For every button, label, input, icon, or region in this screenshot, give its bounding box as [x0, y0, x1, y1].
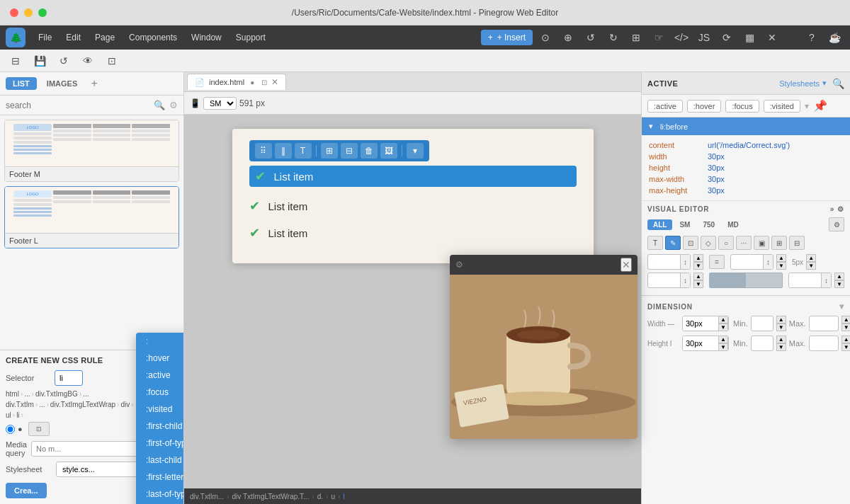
- width-max-input[interactable]: 30px: [810, 318, 838, 329]
- pseudo-item-first-letter[interactable]: :first-letter: [136, 469, 184, 486]
- bc-d[interactable]: d.: [317, 493, 323, 500]
- height-input[interactable]: [683, 336, 718, 351]
- ve-step-down-2[interactable]: ▼: [776, 262, 786, 270]
- list-item-3[interactable]: ✔ List item: [249, 225, 577, 241]
- sel-table-btn[interactable]: ⊟: [341, 143, 358, 159]
- height-min-up[interactable]: ▲: [776, 336, 786, 343]
- ve-text-btn[interactable]: T: [647, 236, 663, 250]
- canvas-tab-close[interactable]: ✕: [271, 77, 278, 87]
- pin-icon[interactable]: 📌: [813, 99, 827, 113]
- list-item-2[interactable]: ✔ List item: [249, 198, 577, 214]
- settings-button[interactable]: ✕: [762, 28, 782, 47]
- pseudo-item-first-of-type[interactable]: :first-of-type: [136, 435, 184, 452]
- pseudo-item-colon[interactable]: :: [136, 333, 184, 350]
- css-rule-selected[interactable]: ▾ li:before: [642, 118, 850, 135]
- ve-input-2[interactable]: [731, 256, 763, 268]
- zoom-in-button[interactable]: ⊕: [558, 28, 578, 47]
- sel-move-btn[interactable]: ⠿: [255, 143, 272, 159]
- pseudo-item-focus[interactable]: :focus: [136, 384, 184, 401]
- pseudo-item-visited[interactable]: :visited: [136, 401, 184, 418]
- width-max-down[interactable]: ▼: [842, 323, 850, 331]
- height-max-up[interactable]: ▲: [842, 336, 850, 343]
- pseudo-hover-btn[interactable]: :hover: [687, 100, 722, 113]
- ve-input-4[interactable]: [789, 275, 821, 286]
- ve-dots-btn[interactable]: ···: [736, 236, 752, 250]
- sel-text-btn[interactable]: T: [295, 143, 312, 159]
- bc-l[interactable]: l: [343, 493, 344, 500]
- ve-box-btn[interactable]: ⊡: [683, 236, 698, 250]
- menu-support[interactable]: Support: [230, 30, 271, 45]
- ve-step-up-2[interactable]: ▲: [776, 254, 786, 262]
- width-step-up[interactable]: ▲: [718, 316, 728, 323]
- prop-value-content[interactable]: url('/media/Correct.svg'): [708, 141, 790, 149]
- ve-step-up-5[interactable]: ▲: [834, 273, 844, 280]
- ve-equal-btn[interactable]: =: [709, 255, 725, 269]
- selector-input[interactable]: [55, 370, 83, 386]
- tab-list[interactable]: LIST: [6, 77, 37, 90]
- menu-page[interactable]: Page: [89, 30, 120, 45]
- prop-value-max-width[interactable]: 30px: [708, 175, 725, 183]
- js-button[interactable]: JS: [694, 28, 714, 47]
- code-button[interactable]: </>: [672, 28, 691, 47]
- width-min-input[interactable]: [752, 318, 773, 329]
- menu-components[interactable]: Components: [123, 30, 183, 45]
- list-item-selected[interactable]: ✔ List item: [249, 166, 577, 187]
- undo-button[interactable]: ↺: [581, 28, 601, 47]
- ve-tab-md[interactable]: MD: [722, 219, 744, 230]
- close-button[interactable]: [10, 8, 18, 17]
- ve-step-up-1[interactable]: ▲: [693, 254, 703, 262]
- bc-divtxtimgl[interactable]: div TxtImgLTextWrap.T...: [232, 493, 310, 500]
- tab-images[interactable]: IMAGES: [40, 77, 84, 90]
- panel-toggle-button[interactable]: ⊟: [6, 51, 26, 71]
- ve-diamond-btn[interactable]: ◇: [701, 236, 716, 250]
- width-min-up[interactable]: ▲: [776, 316, 786, 323]
- viewport-select[interactable]: SM: [203, 97, 237, 110]
- bc-u[interactable]: u: [331, 493, 335, 500]
- ve-step-down-4[interactable]: ▼: [693, 280, 703, 288]
- refresh-button[interactable]: ⟳: [717, 28, 737, 47]
- create-rule-button[interactable]: Crea...: [6, 483, 47, 498]
- ve-grid-btn[interactable]: ⊞: [771, 236, 787, 250]
- filter-icon[interactable]: ⚙: [169, 100, 178, 110]
- double-chevron-icon[interactable]: »: [830, 205, 834, 213]
- template-footer-m[interactable]: LOGO: [4, 120, 179, 182]
- prop-value-height[interactable]: 30px: [708, 164, 725, 172]
- ve-input-1[interactable]: [648, 256, 680, 268]
- canvas-tab-index[interactable]: 📄 index.html ● ⊡ ✕: [187, 74, 286, 90]
- pseudo-active-btn[interactable]: :active: [647, 100, 683, 113]
- sel-more-btn[interactable]: ▾: [407, 143, 424, 159]
- pointer-button[interactable]: ☞: [649, 28, 669, 47]
- ve-step-up-4[interactable]: ▲: [693, 273, 703, 280]
- sel-grid-btn[interactable]: ⊞: [321, 143, 338, 159]
- sel-delete-btn[interactable]: 🗑: [361, 143, 378, 159]
- height-step-up[interactable]: ▲: [718, 336, 728, 343]
- menu-edit[interactable]: Edit: [60, 30, 86, 45]
- sel-image-btn[interactable]: 🖼: [380, 143, 397, 159]
- ve-step-down-5[interactable]: ▼: [834, 280, 844, 288]
- width-max-up[interactable]: ▲: [842, 316, 850, 323]
- height-max-down[interactable]: ▼: [842, 343, 850, 351]
- ve-tab-sm[interactable]: SM: [674, 219, 696, 230]
- insert-button[interactable]: + + Insert: [481, 30, 533, 45]
- pseudo-visited-btn[interactable]: :visited: [764, 100, 800, 113]
- pseudo-item-first-child[interactable]: :first-child: [136, 418, 184, 435]
- dimension-collapse[interactable]: ▾: [839, 302, 844, 311]
- menu-window[interactable]: Window: [186, 30, 227, 45]
- height-max-input[interactable]: 30px: [810, 338, 838, 349]
- height-min-input[interactable]: [752, 338, 773, 349]
- ve-step-down-1[interactable]: ▼: [693, 262, 703, 270]
- width-step-down[interactable]: ▼: [718, 323, 728, 331]
- radio-dot[interactable]: [6, 425, 15, 434]
- cup-button[interactable]: ☕: [824, 28, 844, 47]
- menu-file[interactable]: File: [33, 30, 57, 45]
- bc-divtxtim[interactable]: div.TxtIm...: [190, 493, 224, 500]
- help-button[interactable]: ?: [802, 28, 822, 47]
- height-min-down[interactable]: ▼: [776, 343, 786, 351]
- pseudo-focus-btn[interactable]: :focus: [725, 100, 759, 113]
- pseudo-chevron[interactable]: ▾: [805, 101, 809, 111]
- sel-align-btn[interactable]: ‖: [275, 143, 292, 159]
- fit-button[interactable]: ⊙: [536, 28, 555, 47]
- pseudo-item-active[interactable]: :active: [136, 367, 184, 384]
- filter-ve-icon[interactable]: ⚙: [837, 205, 844, 213]
- copy-button[interactable]: ⊡: [102, 51, 122, 71]
